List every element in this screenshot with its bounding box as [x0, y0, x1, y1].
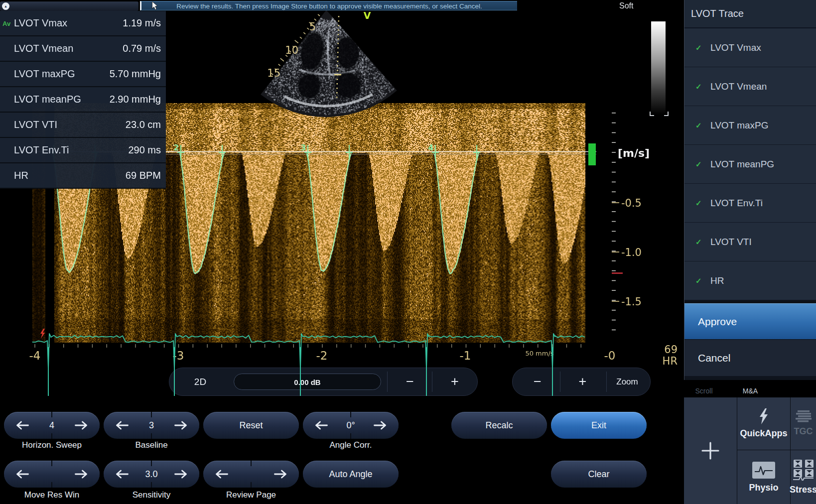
approve-item-lvot-maxpg[interactable]: LVOT maxPG — [684, 106, 816, 145]
zoom-increase-button[interactable]: + — [561, 368, 604, 395]
gain-value-control[interactable]: 0.00 dB — [234, 374, 381, 390]
angle-corr-stepper: 0° — [303, 412, 399, 439]
arrow-right-icon — [74, 421, 88, 430]
cancel-button[interactable]: Cancel — [684, 339, 816, 376]
move-res-win-label: Move Res Win — [4, 490, 100, 500]
reset-button[interactable]: Reset — [203, 412, 299, 439]
recalc-button[interactable]: Recalc — [451, 412, 547, 439]
move-res-win-left-button[interactable] — [16, 470, 29, 479]
measurement-row: HR 69 BPM — [0, 163, 166, 189]
approve-item-label: HR — [710, 275, 724, 286]
stress-protocol-icon — [793, 460, 815, 481]
imaging-control-bar: 2D 0.00 dB − + — [169, 368, 478, 396]
arrow-right-icon — [174, 470, 187, 479]
mode-2d-button[interactable]: 2D — [180, 368, 220, 395]
sensitivity-decrease-button[interactable] — [116, 470, 129, 479]
baseline-label: Baseline — [104, 440, 199, 450]
horizon-sweep-label: Horizon. Sweep — [4, 440, 100, 450]
grayscale-bracket-right — [664, 112, 669, 116]
measurement-value: 69 BPM — [126, 170, 161, 181]
plus-icon — [701, 442, 719, 460]
ecg-qrs-line — [300, 347, 301, 396]
gray-map-label: Soft — [619, 1, 633, 10]
measurement-label: LVOT Vmax — [14, 17, 67, 29]
baseline-increase-button[interactable] — [174, 421, 187, 430]
control-divider — [387, 372, 388, 392]
measurement-row: LVOT Env.Ti 290 ms — [0, 138, 166, 163]
measurement-label: LVOT Env.Ti — [14, 144, 69, 156]
exit-button[interactable]: Exit — [551, 412, 647, 439]
physio-button[interactable]: Physio — [737, 450, 790, 504]
scroll-mode-label: Scroll — [684, 387, 724, 395]
baseline-decrease-button[interactable] — [116, 421, 129, 430]
expand-tray-button[interactable] — [684, 397, 737, 504]
sensitivity-label: Sensitivity — [104, 490, 199, 500]
sensitivity-increase-button[interactable] — [174, 470, 187, 479]
grayscale-bracket-left — [650, 112, 654, 116]
stress-button[interactable]: Stress — [791, 450, 816, 504]
zoom-button[interactable]: Zoom — [607, 368, 647, 395]
control-divider — [560, 372, 560, 392]
horizon-sweep-increase-button[interactable] — [74, 421, 88, 430]
arrow-right-icon — [373, 421, 387, 430]
control-divider — [606, 372, 607, 392]
gain-increase-button[interactable]: + — [433, 368, 476, 395]
arrow-left-icon — [16, 470, 29, 479]
control-divider — [432, 372, 432, 392]
measurement-label: HR — [14, 170, 28, 181]
check-icon — [684, 199, 710, 208]
angle-corr-decrease-button[interactable] — [315, 421, 328, 430]
arrow-left-icon — [116, 470, 129, 479]
move-res-win-right-button[interactable] — [74, 470, 88, 479]
approve-item-label: LVOT Env.Ti — [710, 198, 763, 209]
approve-item-hr[interactable]: HR — [684, 261, 816, 300]
review-page-label: Review Page — [203, 490, 299, 500]
angle-corr-increase-button[interactable] — [373, 421, 387, 430]
measurement-row: LVOT VTI 23.0 cm — [0, 113, 166, 138]
arrow-left-icon — [215, 470, 229, 479]
sensitivity-stepper: 3.0 — [104, 461, 199, 488]
zoom-decrease-button[interactable]: − — [518, 368, 557, 395]
collapse-results-button[interactable]: ▲ — [2, 2, 9, 10]
tile-label: Stress — [790, 485, 816, 495]
measurement-results-panel: Av LVOT Vmax 1.19 m/s LVOT Vmean 0.79 m/… — [0, 11, 166, 189]
approve-item-lvot-vmax[interactable]: LVOT Vmax — [684, 28, 816, 67]
arrow-right-icon — [174, 421, 187, 430]
check-icon — [684, 82, 710, 91]
ecg-qrs-line — [48, 347, 49, 396]
tgc-sliders-icon — [794, 410, 814, 422]
measurement-row: LVOT maxPG 5.70 mmHg — [0, 62, 166, 87]
approve-item-lvot-vti[interactable]: LVOT VTI — [684, 223, 816, 261]
review-page-next-button[interactable] — [273, 470, 287, 479]
tile-label: Physio — [749, 483, 778, 493]
approve-item-lvot-envti[interactable]: LVOT Env.Ti — [684, 184, 816, 223]
approve-button[interactable]: Approve — [684, 303, 816, 339]
horizon-sweep-decrease-button[interactable] — [16, 421, 29, 430]
quickapps-button[interactable]: QuickApps — [737, 397, 790, 450]
clear-button[interactable]: Clear — [551, 461, 647, 488]
review-page-prev-button[interactable] — [215, 470, 229, 479]
mouse-cursor-icon — [151, 1, 158, 10]
auto-angle-button[interactable]: Auto Angle — [303, 461, 399, 488]
move-res-win-stepper — [4, 461, 100, 488]
function-tray: QuickApps TGC Physio Stress — [684, 397, 816, 504]
measurement-label: LVOT Vmean — [14, 43, 73, 54]
tile-label: TGC — [794, 426, 813, 437]
grayscale-bar — [651, 21, 666, 115]
ecg-waveform-icon — [752, 462, 775, 479]
approve-item-label: LVOT meanPG — [710, 159, 774, 170]
approve-item-lvot-meanpg[interactable]: LVOT meanPG — [684, 145, 816, 184]
measurement-value: 2.90 mmHg — [110, 94, 161, 105]
arrow-left-icon — [315, 421, 328, 430]
review-page-stepper — [203, 461, 299, 488]
approve-item-lvot-vmean[interactable]: LVOT Vmean — [684, 67, 816, 106]
arrow-right-icon — [74, 470, 88, 479]
approve-panel-title: LVOT Trace — [684, 0, 816, 28]
measurement-row: LVOT Vmean 0.79 m/s — [0, 36, 166, 62]
gain-decrease-button[interactable]: − — [389, 368, 431, 395]
arrow-right-icon — [273, 470, 287, 479]
approve-item-label: LVOT maxPG — [710, 120, 769, 131]
tgc-button[interactable]: TGC — [791, 397, 816, 450]
zoom-control-bar: − + Zoom — [512, 368, 651, 396]
measurement-value: 0.79 m/s — [123, 43, 161, 54]
